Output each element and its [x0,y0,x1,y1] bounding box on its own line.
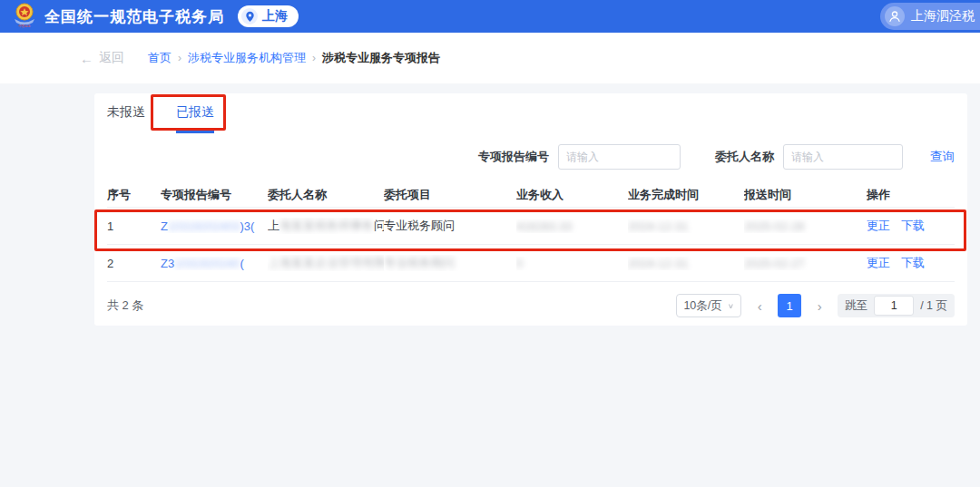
pagination: 共 2 条 10条/页 ∨ ‹ 1 › 跳至 / 1 页 [94,293,967,318]
tab-reported[interactable]: 已报送 [176,104,214,133]
redacted-text: 2025-02-28 [744,219,805,233]
back-label: 返回 [99,50,124,66]
col-submit-time: 报送时间 [744,187,867,203]
cell-project: 专业税务顾问 [384,255,516,271]
redacted-text: 0 [516,257,523,270]
redacted-text: 上海某某企业管理有限公 [268,256,384,269]
next-icon: › [818,298,822,314]
table-row: 2 Z31031920240( 上海某某企业管理有限公 专业税务顾问 0 202… [107,245,955,282]
app-title: 全国统一规范电子税务局 [44,6,224,27]
cell-report-no[interactable]: Z10319202403)3( [161,219,268,233]
redacted-text: 专业税务顾问 [384,256,455,269]
redacted-text: 1031920240 [174,257,240,270]
report-list-card: 未报送 已报送 专项报告编号 委托人名称 查询 序号 专项报告编号 委托人名称 … [94,93,967,326]
cell-operations: 更正下载 [867,218,953,234]
report-table: 序号 专项报告编号 委托人名称 委托项目 业务收入 业务完成时间 报送时间 操作… [94,182,967,282]
breadcrumb-current: 涉税专业服务专项报告 [322,50,440,66]
cell-finish-time: 2024-12-31 [628,257,744,270]
region-selector[interactable]: 上海 [238,5,299,27]
total-pages: / 1 页 [920,298,947,314]
table-row: 1 Z10319202403)3( 上海某某税务师事务问 专业税务顾问 4162… [107,208,955,245]
user-name: 上海泗泾税 [911,8,975,24]
download-link[interactable]: 下载 [901,256,925,269]
user-badge[interactable]: 上海泗泾税 [880,3,980,30]
breadcrumb-home[interactable]: 首页 [148,50,172,66]
redacted-text: 海某某税务师事务 [279,219,374,232]
page-jump: 跳至 / 1 页 [838,294,955,317]
cell-report-no[interactable]: Z31031920240( [161,257,268,270]
chevron-down-icon: ∨ [728,302,734,310]
table-header: 序号 专项报告编号 委托人名称 委托项目 业务收入 业务完成时间 报送时间 操作 [107,182,955,208]
cell-income: 416283.33 [516,219,628,233]
client-name-input[interactable] [783,144,903,170]
redacted-text: 2025-02-27 [744,257,805,270]
region-name: 上海 [262,8,288,24]
correct-link[interactable]: 更正 [867,256,890,269]
app-header: 中国税务 全国统一规范电子税务局 上海 上海泗泾税 [0,0,980,33]
col-operation: 操作 [867,187,953,203]
next-page-button[interactable]: › [808,295,830,317]
user-avatar-icon [885,6,905,26]
query-button[interactable]: 查询 [930,149,955,165]
breadcrumb-agency-mgmt[interactable]: 涉税专业服务机构管理 [188,50,306,66]
tax-bureau-logo-icon: 中国税务 [13,3,36,30]
col-project: 委托项目 [384,187,516,203]
cell-seq: 2 [107,257,161,270]
breadcrumb-separator-icon: › [178,52,181,64]
cell-operations: 更正下载 [867,255,953,271]
cell-client: 上海某某企业管理有限公 [268,255,384,271]
cell-submit-time: 2025-02-28 [744,219,867,233]
col-client: 委托人名称 [268,187,384,203]
search-bar: 专项报告编号 委托人名称 查询 [94,144,967,170]
col-report: 专项报告编号 [161,187,268,203]
cell-client: 上海某某税务师事务问 [268,218,384,234]
back-button[interactable]: ← 返回 [80,50,124,66]
download-link[interactable]: 下载 [901,219,925,232]
report-no-input[interactable] [558,144,681,170]
breadcrumb-bar: ← 返回 首页 › 涉税专业服务机构管理 › 涉税专业服务专项报告 [0,33,980,83]
cell-submit-time: 2025-02-27 [744,257,867,270]
page-size-select[interactable]: 10条/页 ∨ [676,294,741,317]
redacted-text: 416283.33 [516,219,572,233]
tab-unreported[interactable]: 未报送 [107,104,145,133]
cell-project: 专业税务顾问 [384,218,516,234]
jump-label: 跳至 [845,298,867,314]
location-pin-icon [241,8,258,24]
col-income: 业务收入 [516,187,628,203]
report-no-label: 专项报告编号 [478,149,549,165]
prev-icon: ‹ [758,298,762,314]
correct-link[interactable]: 更正 [867,219,890,232]
jump-page-input[interactable] [874,296,914,316]
current-page[interactable]: 1 [778,294,801,317]
cell-seq: 1 [107,219,161,233]
client-name-label: 委托人名称 [715,149,774,165]
cell-finish-time: 2024-12-31 [628,219,744,233]
total-count: 共 2 条 [107,297,143,314]
breadcrumb: 首页 › 涉税专业服务机构管理 › 涉税专业服务专项报告 [148,50,440,66]
col-seq: 序号 [107,187,161,203]
back-arrow-icon: ← [80,51,93,66]
svg-text:中国税务: 中国税务 [18,24,31,28]
tab-bar: 未报送 已报送 [94,93,967,133]
redacted-text: 2024-12-31 [628,219,689,233]
cell-income: 0 [516,257,628,270]
breadcrumb-separator-icon: › [312,52,316,64]
redacted-text: 10319202403 [168,219,240,233]
prev-page-button[interactable]: ‹ [749,295,770,317]
col-finish-time: 业务完成时间 [628,187,744,203]
redacted-text: 2024-12-31 [628,257,689,270]
